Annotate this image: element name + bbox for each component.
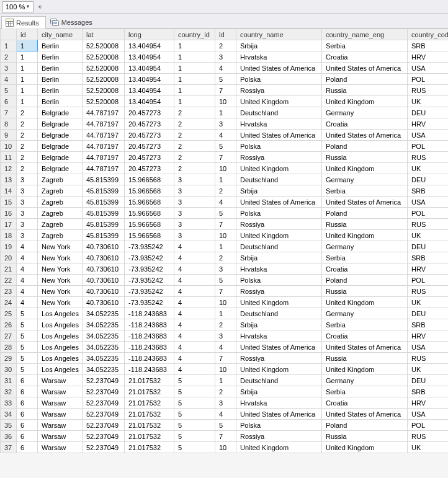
cell-country-code[interactable]: DEU [408,375,449,386]
row-number[interactable]: 30 [1,364,17,375]
table-row[interactable]: 305Los Angeles34.052235-118.243683410Uni… [1,364,449,375]
cell-city[interactable]: Zagreb [38,219,83,230]
cell-country-code[interactable]: SRB [408,40,449,51]
cell-id2[interactable]: 2 [215,40,236,51]
table-row[interactable]: 316Warsaw52.23704921.01753251Deutschland… [1,375,449,386]
cell-long[interactable]: 13.404954 [125,74,174,85]
cell-id2[interactable]: 7 [215,431,236,442]
table-row[interactable]: 376Warsaw52.23704921.017532510United Kin… [1,442,449,453]
cell-country-eng[interactable]: Croatia [322,330,408,342]
cell-lat[interactable]: 52.237049 [83,442,125,453]
cell-id[interactable]: 2 [17,141,38,152]
table-row[interactable]: 255Los Angeles34.052235-118.24368341Deut… [1,308,449,319]
cell-country-eng[interactable]: United Kingdom [322,96,408,107]
cell-country-eng[interactable]: Germany [322,241,408,252]
cell-lat[interactable]: 40.730610 [83,252,125,263]
cell-long[interactable]: 20.457273 [125,152,174,163]
cell-country-eng[interactable]: Croatia [322,118,408,130]
cell-country-id[interactable]: 1 [174,96,215,107]
cell-country-name[interactable]: United States of America [236,342,322,353]
cell-country-eng[interactable]: United States of America [322,197,408,208]
cell-country-code[interactable]: POL [408,208,449,219]
cell-country-eng[interactable]: Russia [322,152,408,163]
cell-lat[interactable]: 34.052235 [83,319,125,330]
cell-id2[interactable]: 5 [215,141,236,152]
cell-id2[interactable]: 7 [215,353,236,364]
table-row[interactable]: 173Zagreb45.81539915.96656837RossiyaRuss… [1,219,449,230]
cell-id[interactable]: 1 [17,63,38,74]
col-country-name[interactable]: country_name [236,29,322,40]
cell-country-code[interactable]: UK [408,163,449,174]
table-row[interactable]: 244New York40.730610-73.935242410United … [1,297,449,308]
cell-country-id[interactable]: 4 [174,286,215,297]
row-number[interactable]: 15 [1,197,17,208]
cell-country-eng[interactable]: Serbia [322,185,408,197]
table-row[interactable]: 11Berlin52.52000813.40495412SrbijaSerbia… [1,40,449,51]
cell-country-code[interactable]: UK [408,364,449,375]
row-number[interactable]: 17 [1,219,17,230]
cell-lat[interactable]: 40.730610 [83,297,125,308]
cell-lat[interactable]: 34.052235 [83,308,125,319]
row-number[interactable]: 26 [1,319,17,330]
cell-country-eng[interactable]: United Kingdom [322,297,408,308]
cell-id[interactable]: 5 [17,308,38,319]
cell-country-code[interactable]: DEU [408,308,449,319]
col-long[interactable]: long [125,29,174,40]
cell-id2[interactable]: 4 [215,197,236,208]
cell-country-eng[interactable]: Serbia [322,319,408,330]
cell-long[interactable]: 15.966568 [125,185,174,197]
cell-id[interactable]: 3 [17,185,38,197]
cell-long[interactable]: 21.017532 [125,420,174,431]
cell-city[interactable]: Belgrade [38,152,83,163]
results-grid[interactable]: id city_name lat long country_id id coun… [0,29,448,453]
cell-lat[interactable]: 52.237049 [83,375,125,386]
cell-id[interactable]: 1 [17,85,38,96]
cell-lat[interactable]: 44.787197 [83,163,125,174]
cell-city[interactable]: New York [38,275,83,286]
cell-city[interactable]: Berlin [38,63,83,74]
cell-long[interactable]: -118.243683 [125,364,174,375]
table-row[interactable]: 143Zagreb45.81539915.96656832SrbijaSerbi… [1,185,449,197]
cell-country-name[interactable]: Srbija [236,40,322,51]
cell-city[interactable]: Los Angeles [38,342,83,353]
cell-country-name[interactable]: Hrvatska [236,330,322,342]
cell-country-id[interactable]: 5 [174,397,215,409]
cell-id[interactable]: 5 [17,342,38,353]
col-country-id[interactable]: country_id [174,29,215,40]
cell-city[interactable]: Warsaw [38,386,83,397]
cell-country-name[interactable]: Rossiya [236,353,322,364]
cell-country-code[interactable]: USA [408,409,449,420]
cell-id[interactable]: 5 [17,330,38,342]
cell-country-eng[interactable]: Poland [322,420,408,431]
col-lat[interactable]: lat [83,29,125,40]
cell-id[interactable]: 4 [17,263,38,275]
cell-id2[interactable]: 4 [215,342,236,353]
table-row[interactable]: 21Berlin52.52000813.40495413HrvatskaCroa… [1,51,449,63]
cell-country-code[interactable]: RUS [408,219,449,230]
cell-id2[interactable]: 2 [215,185,236,197]
cell-id[interactable]: 2 [17,152,38,163]
cell-lat[interactable]: 52.520008 [83,96,125,107]
cell-id2[interactable]: 10 [215,163,236,174]
cell-country-code[interactable]: POL [408,420,449,431]
cell-country-id[interactable]: 2 [174,130,215,141]
cell-city[interactable]: Belgrade [38,118,83,130]
cell-city[interactable]: Warsaw [38,442,83,453]
cell-lat[interactable]: 44.787197 [83,130,125,141]
cell-id[interactable]: 4 [17,241,38,252]
cell-country-code[interactable]: DEU [408,174,449,185]
cell-id[interactable]: 1 [17,51,38,63]
cell-country-name[interactable]: Srbija [236,386,322,397]
cell-id[interactable]: 5 [17,353,38,364]
cell-long[interactable]: 20.457273 [125,141,174,152]
cell-country-eng[interactable]: Serbia [322,386,408,397]
cell-id2[interactable]: 10 [215,297,236,308]
cell-country-code[interactable]: HRV [408,397,449,409]
row-number[interactable]: 23 [1,286,17,297]
cell-lat[interactable]: 52.520008 [83,51,125,63]
cell-long[interactable]: 20.457273 [125,107,174,118]
cell-long[interactable]: 15.966568 [125,174,174,185]
col-country-name-eng[interactable]: country_name_eng [322,29,408,40]
cell-country-code[interactable]: DEU [408,241,449,252]
row-number[interactable]: 13 [1,174,17,185]
